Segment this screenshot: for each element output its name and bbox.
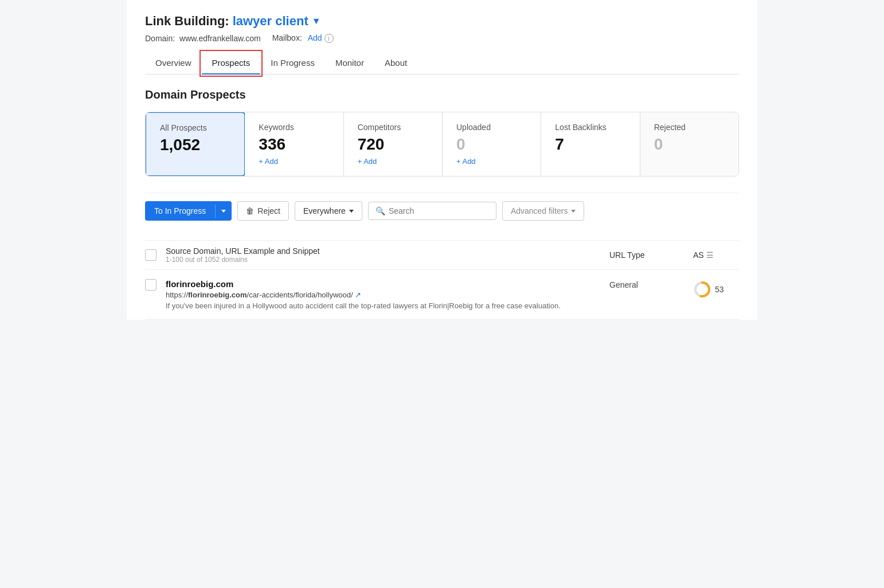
search-icon: 🔍	[375, 206, 385, 215]
client-name-link[interactable]: lawyer client	[233, 14, 308, 29]
table-body: florinroebig.comhttps://florinroebig.com…	[145, 270, 739, 320]
tab-about[interactable]: About	[374, 52, 417, 75]
client-chevron-icon[interactable]: ▼	[312, 16, 321, 26]
table-row: florinroebig.comhttps://florinroebig.com…	[145, 270, 739, 320]
stat-label-lost-backlinks: Lost Backlinks	[555, 123, 625, 132]
mailbox-add-link[interactable]: Add	[308, 33, 322, 42]
stat-card-rejected[interactable]: Rejected0	[640, 112, 738, 176]
reject-label: Reject	[257, 206, 280, 215]
row-domain-0: florinroebig.com	[166, 279, 600, 289]
external-link-icon[interactable]: ↗	[355, 291, 361, 299]
to-in-progress-button[interactable]: To In Progress	[145, 201, 232, 221]
stat-value-competitors: 720	[358, 135, 428, 154]
as-value-0: 53	[715, 285, 724, 294]
stat-label-keywords: Keywords	[259, 123, 329, 132]
col-main-header: Source Domain, URL Example and Snippet 1…	[166, 246, 600, 264]
col-urltype-header: URL Type	[609, 250, 684, 260]
stat-label-rejected: Rejected	[654, 123, 725, 132]
table-header: Source Domain, URL Example and Snippet 1…	[145, 240, 739, 270]
col-as-header: AS ☰	[693, 250, 739, 260]
advanced-filters-label: Advanced filters	[511, 206, 568, 215]
col-main-subtitle: 1-100 out of 1052 domains	[166, 256, 600, 264]
as-filter-icon[interactable]: ☰	[706, 250, 714, 260]
tab-in-progress[interactable]: In Progress	[260, 52, 325, 75]
row-urltype-0: General	[609, 279, 684, 289]
donut-chart-0	[693, 280, 711, 299]
select-all-checkbox[interactable]	[145, 249, 157, 261]
row-checkbox-0[interactable]	[145, 279, 157, 291]
row-as-0: 53	[693, 279, 739, 299]
stat-label-competitors: Competitors	[358, 123, 428, 132]
stat-value-uploaded: 0	[456, 135, 527, 154]
link-building-label: Link Building:	[145, 14, 229, 29]
tab-monitor[interactable]: Monitor	[325, 52, 374, 75]
stat-add-competitors[interactable]: + Add	[358, 157, 428, 166]
stat-card-all[interactable]: All Prospects1,052	[145, 112, 245, 177]
stat-label-all: All Prospects	[160, 123, 230, 132]
stat-value-rejected: 0	[654, 135, 725, 154]
advanced-filters-button[interactable]: Advanced filters	[502, 201, 585, 221]
everywhere-chevron-icon	[349, 210, 354, 213]
trash-icon: 🗑	[246, 206, 254, 215]
page-header: Link Building: lawyer client ▼	[145, 14, 739, 29]
row-snippet-0: If you've been injured in a Hollywood au…	[166, 301, 600, 310]
stat-value-all: 1,052	[160, 136, 230, 154]
stat-add-keywords[interactable]: + Add	[259, 157, 329, 166]
search-input-wrap[interactable]: 🔍	[368, 202, 496, 220]
col-main-title: Source Domain, URL Example and Snippet	[166, 246, 600, 256]
mailbox-info-icon[interactable]: i	[324, 34, 334, 43]
tab-prospects[interactable]: Prospects	[202, 52, 261, 75]
col-as-label: AS	[693, 250, 704, 260]
stat-label-uploaded: Uploaded	[456, 123, 527, 132]
stat-card-lost-backlinks[interactable]: Lost Backlinks7	[541, 112, 640, 176]
stat-value-lost-backlinks: 7	[555, 135, 625, 154]
tab-overview[interactable]: Overview	[145, 52, 202, 75]
to-in-progress-dropdown-icon[interactable]	[215, 205, 232, 218]
reject-button[interactable]: 🗑 Reject	[237, 201, 289, 221]
everywhere-label: Everywhere	[303, 206, 346, 215]
domain-value: www.edfrankellaw.com	[179, 34, 261, 43]
mailbox-section: Mailbox: Add i	[272, 33, 334, 43]
stat-card-competitors[interactable]: Competitors720+ Add	[344, 112, 443, 176]
stat-card-keywords[interactable]: Keywords336+ Add	[245, 112, 343, 176]
section-title: Domain Prospects	[145, 88, 739, 101]
to-in-progress-label: To In Progress	[145, 201, 215, 221]
search-input[interactable]	[389, 206, 489, 215]
stat-card-uploaded[interactable]: Uploaded0+ Add	[443, 112, 541, 176]
everywhere-dropdown[interactable]: Everywhere	[295, 201, 362, 221]
domain-row: Domain: www.edfrankellaw.com Mailbox: Ad…	[145, 33, 739, 43]
nav-tabs: OverviewProspectsIn ProgressMonitorAbout	[145, 52, 739, 75]
domain-label: Domain: www.edfrankellaw.com	[145, 34, 261, 43]
row-url-0: https://florinroebig.com/car-accidents/f…	[166, 291, 600, 299]
stat-add-uploaded[interactable]: + Add	[456, 157, 527, 166]
filter-bar: To In Progress 🗑 Reject Everywhere 🔍 Adv…	[145, 193, 739, 229]
stat-value-keywords: 336	[259, 135, 329, 154]
row-main-0: florinroebig.comhttps://florinroebig.com…	[166, 279, 600, 310]
advanced-filters-chevron-icon	[571, 210, 576, 213]
stats-row: All Prospects1,052Keywords336+ AddCompet…	[145, 112, 739, 177]
chevron-down-icon	[221, 210, 226, 213]
